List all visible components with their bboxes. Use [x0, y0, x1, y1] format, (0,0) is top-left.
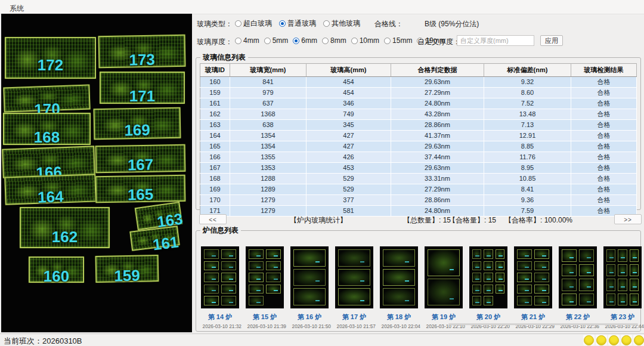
furnace-scan-image[interactable] [290, 246, 329, 308]
furnace-scan-image[interactable] [514, 246, 552, 308]
radio-icon[interactable] [323, 20, 330, 27]
radio-icon[interactable] [279, 20, 286, 27]
prev-page-button[interactable]: << [199, 214, 227, 224]
menu-system[interactable]: 系统 [10, 4, 24, 14]
table-row[interactable]: 170127937728.86nm9.36合格 [200, 195, 637, 206]
next-page-button[interactable]: >> [614, 214, 642, 224]
furnace-glass-mini [266, 249, 281, 259]
radio-icon[interactable] [264, 38, 271, 44]
furnace-glass-mini [630, 279, 639, 291]
table-row[interactable]: 16163734624.80nm7.52合格 [200, 98, 637, 109]
furnace-thumbnail[interactable]: 第 20 炉2026-03-10 22:20 [469, 246, 507, 329]
glass-type-option[interactable]: 超白玻璃 [235, 18, 272, 29]
custom-thickness-input[interactable] [457, 35, 534, 46]
glass-piece[interactable]: 162 [20, 207, 110, 248]
thickness-option[interactable]: 10mm [351, 36, 379, 45]
furnace-label[interactable]: 第 17 炉 [335, 313, 373, 322]
custom-thickness-label: 自定义厚度： [417, 37, 460, 47]
furnace-scan-image[interactable] [335, 246, 373, 308]
glass-piece[interactable]: 173 [98, 35, 186, 69]
thickness-option[interactable]: 4mm [235, 36, 259, 45]
glass-piece-id: 159 [114, 268, 140, 284]
horizontal-scrollbar[interactable] [448, 323, 638, 325]
glass-piece[interactable]: 159 [95, 255, 159, 283]
glass-piece[interactable]: 167 [95, 144, 186, 174]
furnace-label[interactable]: 第 22 炉 [559, 313, 597, 322]
table-row[interactable]: 168128852933.31nm10.85合格 [200, 174, 637, 184]
table-row[interactable]: 167135345329.63nm8.95合格 [200, 163, 637, 174]
radio-icon[interactable] [322, 38, 329, 44]
furnace-stats-title: 【炉内玻璃统计】 [290, 215, 347, 225]
glass-piece[interactable]: 172 [5, 37, 96, 79]
furnace-thumbnail[interactable]: 第 15 炉2026-03-10 21:39 [246, 246, 284, 329]
table-cell: 合格 [571, 77, 637, 88]
furnace-label[interactable]: 第 18 炉 [380, 313, 418, 322]
furnace-thumbnail[interactable]: 第 18 炉2026-03-10 22:04 [380, 246, 418, 329]
furnace-thumbnail[interactable]: 第 22 炉2026-03-10 22:36 [559, 246, 597, 329]
glass-piece[interactable]: 169 [94, 107, 181, 140]
radio-icon[interactable] [235, 38, 242, 44]
furnace-label[interactable]: 第 19 炉 [425, 313, 463, 322]
furnace-thumbnail[interactable]: 第 17 炉2026-03-10 21:57 [335, 246, 373, 329]
table-cell: 合格 [571, 120, 637, 131]
glass-piece[interactable]: 168 [3, 113, 91, 145]
table-cell: 168 [200, 174, 230, 184]
furnace-thumbnail[interactable]: 第 19 炉2026-03-10 22:10 [425, 246, 463, 329]
table-row[interactable]: 171127958124.80nm7.59合格 [200, 206, 637, 217]
table-row[interactable]: 15997945427.29nm8.60合格 [200, 88, 637, 98]
furnace-scan-image[interactable] [246, 246, 284, 308]
furnace-thumbnail[interactable]: 第 21 炉2026-03-10 22:29 [514, 246, 552, 329]
glass-type-option[interactable]: 普通玻璃 [279, 18, 316, 29]
furnace-scan-image[interactable] [469, 246, 507, 308]
furnace-scan-image[interactable] [425, 246, 463, 308]
glass-piece[interactable]: 164 [4, 174, 97, 205]
table-cell: 346 [306, 98, 391, 109]
furnace-label[interactable]: 第 20 炉 [469, 313, 507, 322]
furnace-scan-image[interactable] [380, 246, 418, 308]
glass-piece[interactable]: 160 [29, 257, 84, 283]
glass-piece[interactable]: 166 [2, 146, 95, 178]
furnace-label[interactable]: 第 14 炉 [201, 313, 239, 322]
table-cell: 162 [200, 109, 230, 120]
furnace-glass-mini [534, 273, 549, 282]
glass-type-radio-group: 超白玻璃普通玻璃其他玻璃 [235, 18, 360, 29]
furnace-thumbnail[interactable]: 第 23 炉2026-03-10 22:44 [603, 246, 642, 329]
glass-piece[interactable]: 171 [100, 72, 185, 104]
thickness-option[interactable]: 6mm [293, 36, 317, 45]
furnace-scan-image[interactable] [559, 246, 597, 308]
table-row[interactable]: 16084145429.63nm9.32合格 [200, 77, 637, 88]
furnace-timestamp: 2026-03-10 21:57 [337, 323, 372, 329]
shift-value: 20260310B [42, 336, 82, 345]
thickness-option[interactable]: 15mm [384, 36, 412, 45]
furnace-label[interactable]: 第 23 炉 [603, 313, 642, 322]
furnace-glass-mini [293, 288, 326, 305]
apply-button[interactable]: 应用 [540, 35, 563, 46]
radio-icon[interactable] [235, 20, 242, 27]
furnace-glass-mini [618, 294, 627, 306]
furnace-label[interactable]: 第 15 炉 [246, 313, 284, 322]
status-indicator-dot [584, 335, 594, 345]
glass-piece[interactable]: 170 [3, 84, 90, 112]
table-row[interactable]: 169128952927.29nm8.41合格 [200, 184, 637, 195]
glass-piece[interactable]: 165 [95, 175, 186, 203]
radio-icon[interactable] [384, 38, 391, 44]
radio-icon[interactable] [293, 38, 299, 44]
furnace-thumbnail[interactable]: 第 16 炉2026-03-10 21:50 [290, 246, 329, 329]
table-row[interactable]: 162136874943.28nm13.48合格 [200, 109, 637, 120]
furnace-timestamp: 2026-03-10 21:50 [292, 323, 327, 329]
glass-type-option[interactable]: 其他玻璃 [323, 18, 360, 29]
furnace-scan-image[interactable] [603, 246, 642, 308]
table-row[interactable]: 166135542637.44nm11.76合格 [200, 152, 637, 163]
radio-icon[interactable] [351, 38, 358, 44]
furnace-thumbnail[interactable]: 第 14 炉2026-03-10 21:32 [201, 246, 239, 329]
table-row[interactable]: 16363834528.86nm7.13合格 [200, 120, 637, 131]
furnace-label[interactable]: 第 16 炉 [290, 313, 329, 322]
furnace-label[interactable]: 第 21 炉 [514, 313, 552, 322]
status-indicator-dot [609, 335, 619, 345]
table-cell: 453 [306, 163, 391, 174]
table-row[interactable]: 164135442741.37nm12.91合格 [200, 131, 637, 141]
thickness-option[interactable]: 8mm [322, 36, 346, 45]
furnace-scan-image[interactable] [201, 246, 239, 308]
table-row[interactable]: 165135442729.63nm8.85合格 [200, 141, 637, 152]
thickness-option[interactable]: 5mm [264, 36, 289, 45]
